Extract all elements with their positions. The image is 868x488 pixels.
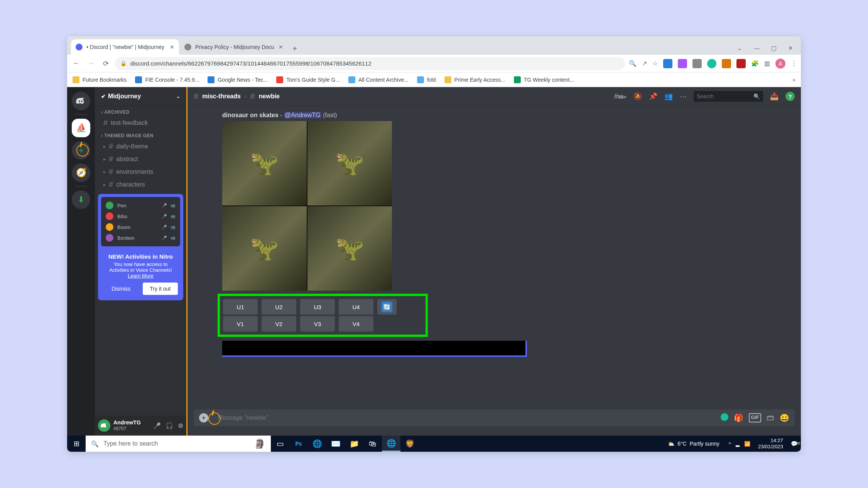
wifi-icon[interactable]: 📶 (744, 441, 750, 447)
add-server-button[interactable]: ＋ (72, 141, 90, 160)
search-icon[interactable]: 🔍 (629, 60, 637, 67)
share-icon[interactable]: ↗ (642, 60, 647, 67)
category-archived[interactable]: ‹ARCHIVED (95, 106, 186, 116)
clock[interactable]: 14:27 23/01/2023 (754, 438, 787, 449)
extension-icon[interactable] (736, 59, 746, 68)
server-midjourney[interactable]: ⛵ (72, 119, 90, 137)
windows-search[interactable]: 🔍 Type here to search 🗿 (86, 436, 271, 452)
sticker-icon[interactable]: 🗃 (767, 413, 774, 422)
discord-home-button[interactable] (72, 92, 90, 110)
close-icon[interactable]: ✕ (279, 44, 283, 50)
bookmark-item[interactable]: Tom's Guide Style G... (276, 76, 340, 83)
user-mention[interactable]: @AndrewTG (284, 112, 321, 118)
tab-privacy[interactable]: Privacy Policy - Midjourney Docu ✕ (180, 39, 288, 55)
variation-3-button[interactable]: V3 (300, 316, 335, 332)
upscale-4-button[interactable]: U4 (339, 299, 373, 315)
members-icon[interactable]: 👥 (664, 92, 673, 101)
headphones-icon[interactable]: 🎧 (165, 422, 173, 429)
dismiss-button[interactable]: Dismiss (103, 283, 139, 295)
category-themed[interactable]: ‹THEMED IMAGE GEN (95, 129, 186, 140)
bookmark-item[interactable]: TG Weekly content... (514, 76, 574, 83)
bookmark-item[interactable]: All Content Archive... (348, 76, 409, 83)
pinned-icon[interactable]: 📌 (649, 92, 657, 101)
channel-characters[interactable]: ▸#characters (95, 178, 186, 191)
threads-icon[interactable]: #99+ (614, 93, 627, 101)
image-grid[interactable] (222, 121, 392, 291)
extension-icon[interactable] (692, 59, 702, 68)
edge-icon[interactable]: 🌐 (308, 436, 326, 452)
tab-discord[interactable]: • Discord | "newbie" | Midjourney ✕ (71, 39, 179, 55)
url-input[interactable]: 🔒 discord.com/channels/66226797698429747… (115, 57, 625, 70)
search-input[interactable]: Search🔍 (694, 91, 763, 102)
message-input[interactable]: + Message "newbie" 🎁 GIF 🗃 😀 (194, 409, 795, 426)
notifications-muted-icon[interactable]: 🔕 (633, 92, 642, 101)
extension-icon[interactable] (678, 59, 687, 68)
new-tab-button[interactable]: + (289, 42, 301, 55)
upscale-1-button[interactable]: U1 (223, 299, 258, 315)
task-view-icon[interactable]: ▭ (271, 436, 289, 452)
photoshop-icon[interactable]: Ps (289, 436, 308, 452)
notifications-button[interactable]: 💬20 (787, 441, 801, 447)
start-button[interactable]: ⊞ (67, 436, 86, 452)
maximize-icon[interactable]: ▢ (771, 45, 777, 52)
bookmarks-overflow-icon[interactable]: » (792, 77, 795, 83)
close-icon[interactable]: ✕ (170, 44, 174, 50)
minimize-icon[interactable]: — (754, 45, 760, 52)
mic-mute-icon[interactable]: 🎤 (153, 422, 161, 429)
store-icon[interactable]: 🛍 (363, 436, 382, 452)
tray-chevron-icon[interactable]: ^ (729, 441, 731, 447)
reload-button[interactable]: ⟳ (100, 58, 111, 69)
sidepanel-icon[interactable]: ▥ (764, 60, 770, 67)
inbox-icon[interactable]: 📥 (770, 92, 778, 101)
bookmark-item[interactable]: FIE Console - 7.45.9... (135, 76, 199, 83)
user-avatar[interactable] (98, 419, 110, 432)
grammarly-icon[interactable] (707, 59, 716, 68)
chrome-icon[interactable]: 🌐 (382, 436, 400, 452)
grammarly-icon[interactable] (721, 413, 728, 421)
bookmark-item[interactable]: fold (417, 76, 436, 83)
explorer-icon[interactable]: 📁 (345, 436, 363, 452)
forward-button[interactable]: → (86, 58, 96, 69)
download-button[interactable]: ⬇ (72, 190, 90, 209)
channel-daily-theme[interactable]: ▸#daily-theme (95, 140, 186, 153)
gift-icon[interactable]: 🎁 (734, 413, 743, 422)
channel-environments[interactable]: ▸#environments (95, 165, 186, 178)
extension-icon[interactable] (663, 59, 672, 68)
chevron-down-icon[interactable]: ⌄ (737, 45, 742, 52)
try-it-button[interactable]: Try it out (143, 283, 178, 295)
variation-1-button[interactable]: V1 (223, 316, 258, 332)
mail-icon[interactable]: ✉️ (326, 436, 345, 452)
generated-image-4[interactable] (307, 206, 392, 291)
variation-4-button[interactable]: V4 (339, 316, 373, 332)
channel-abstract[interactable]: ▸#abstract (95, 153, 186, 165)
generated-image-3[interactable] (222, 206, 307, 291)
bookmark-item[interactable]: Google News - Tec... (208, 76, 268, 83)
profile-avatar[interactable]: A (775, 59, 785, 69)
generated-image-2[interactable] (307, 121, 392, 205)
emoji-icon[interactable]: 😀 (780, 413, 789, 422)
more-icon[interactable]: ⋯ (680, 92, 687, 101)
app-icon[interactable]: 🦁 (400, 436, 419, 452)
explore-button[interactable]: 🧭 (72, 163, 90, 182)
settings-gear-icon[interactable]: ⚙ (178, 422, 183, 429)
kebab-menu-icon[interactable]: ⋮ (791, 60, 797, 67)
gif-icon[interactable]: GIF (749, 413, 761, 422)
attach-button[interactable]: + (199, 413, 208, 422)
breadcrumb-parent[interactable]: misc-threads (202, 93, 241, 100)
weather-widget[interactable]: ⛅ 6°C Partly sunny (662, 441, 725, 447)
close-icon[interactable]: ✕ (788, 45, 793, 52)
bookmark-item[interactable]: Prime Early Access... (444, 76, 505, 83)
server-header[interactable]: ✔ Midjourney ⌄ (95, 87, 186, 106)
back-button[interactable]: ← (71, 58, 82, 69)
variation-2-button[interactable]: V2 (262, 316, 296, 332)
channel-test-feedback[interactable]: #test-feedback (95, 116, 186, 129)
upscale-2-button[interactable]: U2 (262, 299, 296, 315)
reroll-button[interactable]: 🔄 (377, 299, 397, 315)
battery-icon[interactable]: ▂ (736, 441, 740, 447)
learn-more-link[interactable]: Learn More (128, 273, 153, 279)
extension-icon[interactable] (722, 59, 731, 68)
generated-image-1[interactable] (222, 121, 307, 205)
bookmark-star-icon[interactable]: ☆ (652, 60, 658, 67)
extensions-puzzle-icon[interactable]: 🧩 (751, 60, 759, 67)
bookmark-item[interactable]: Future Bookmarks (73, 76, 127, 83)
